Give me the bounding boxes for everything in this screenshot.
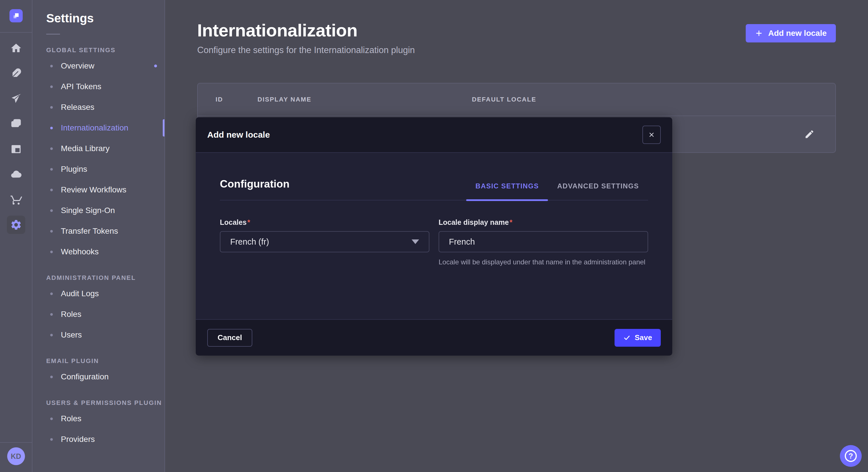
tab-advanced-settings[interactable]: ADVANCED SETTINGS [548,182,648,200]
required-asterisk: * [247,218,250,226]
add-locale-modal: Add new locale Configuration BASIC SETTI… [196,117,672,356]
display-name-field: Locale display name* Locale will be disp… [439,218,648,267]
modal-header: Add new locale [196,117,672,153]
configuration-title: Configuration [220,178,290,200]
modal-title: Add new locale [207,130,270,140]
modal-footer: Cancel Save [196,319,672,356]
cancel-button[interactable]: Cancel [207,329,252,347]
save-button[interactable]: Save [615,329,661,347]
close-icon [648,131,655,138]
locales-label-text: Locales [220,218,247,226]
modal-close-button[interactable] [642,126,661,144]
required-asterisk: * [510,218,513,226]
display-name-label: Locale display name* [439,218,648,227]
check-icon [623,334,631,341]
save-button-label: Save [634,333,652,342]
modal-tabs: BASIC SETTINGS ADVANCED SETTINGS [466,182,648,200]
locales-select[interactable]: French (fr) [220,231,429,252]
locales-field: Locales* French (fr) [220,218,429,267]
modal-body: Configuration BASIC SETTINGS ADVANCED SE… [196,153,672,319]
locales-select-value: French (fr) [230,237,269,247]
display-name-hint: Locale will be displayed under that name… [439,257,648,267]
tab-basic-settings[interactable]: BASIC SETTINGS [466,182,548,200]
configuration-bar: Configuration BASIC SETTINGS ADVANCED SE… [220,153,648,200]
form-fields-row: Locales* French (fr) Locale display name… [220,218,648,267]
locales-label: Locales* [220,218,429,227]
chevron-down-icon [412,239,419,244]
display-name-label-text: Locale display name [439,218,509,226]
display-name-input[interactable] [439,231,648,252]
